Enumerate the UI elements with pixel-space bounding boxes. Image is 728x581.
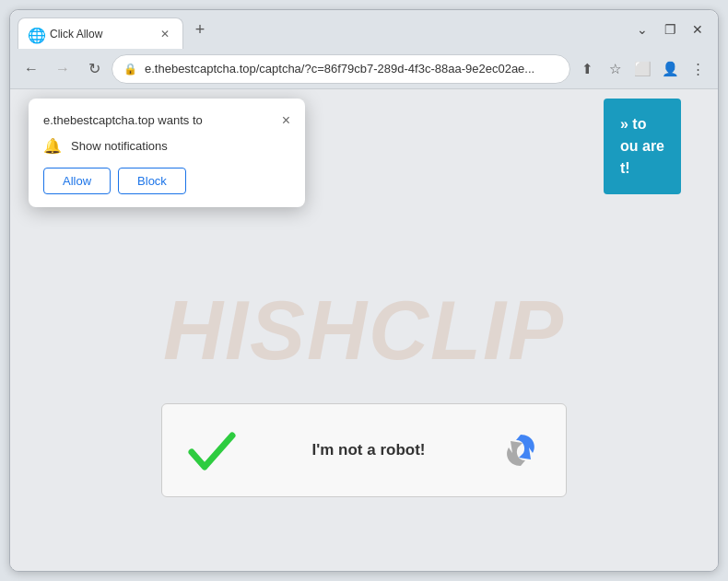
- watermark: HISHCLIP: [163, 283, 565, 378]
- notification-row: 🔔 Show notifications: [43, 137, 290, 155]
- browser-window: 🌐 Click Allow ✕ + ⌄ ❐ ✕ ← → ↻ 🔒 e.thebes…: [9, 9, 719, 572]
- popup-buttons: Allow Block: [43, 168, 290, 194]
- address-bar[interactable]: 🔒 e.thebestcaptcha.top/captcha/?c=86f79c…: [112, 54, 570, 84]
- captcha-text: I'm not a robot!: [258, 441, 479, 459]
- block-button[interactable]: Block: [118, 168, 186, 194]
- new-tab-button[interactable]: +: [187, 17, 213, 42]
- menu-button[interactable]: ⋮: [685, 56, 710, 82]
- blue-banner: » to ou are t!: [604, 99, 681, 194]
- forward-button[interactable]: →: [49, 55, 76, 83]
- checkmark-icon: [184, 423, 240, 478]
- restore-button[interactable]: ❐: [657, 17, 683, 42]
- tab-favicon: 🌐: [28, 27, 42, 41]
- page-content: HISHCLIP » to ou are t! I'm not a robot!: [10, 89, 718, 571]
- tab-title: Click Allow: [50, 28, 149, 41]
- bell-icon: 🔔: [43, 137, 62, 155]
- blue-banner-line3: t!: [620, 157, 664, 180]
- refresh-button[interactable]: ↻: [80, 55, 108, 83]
- share-button[interactable]: ⬆: [574, 56, 600, 82]
- title-bar: 🌐 Click Allow ✕ + ⌄ ❐ ✕: [10, 10, 718, 49]
- toolbar: ← → ↻ 🔒 e.thebestcaptcha.top/captcha/?c=…: [10, 49, 718, 89]
- extensions-button[interactable]: ⬜: [629, 56, 655, 82]
- popup-header: e.thebestcaptcha.top wants to ×: [43, 113, 290, 128]
- popup-close-button[interactable]: ×: [282, 113, 290, 128]
- notification-label: Show notifications: [71, 139, 168, 153]
- minimize-button[interactable]: ⌄: [629, 17, 655, 42]
- address-text: e.thebestcaptcha.top/captcha/?c=86f79cb7…: [145, 62, 558, 76]
- lock-icon: 🔒: [123, 63, 137, 76]
- popup-title: e.thebestcaptcha.top wants to: [43, 113, 203, 127]
- back-button[interactable]: ←: [18, 55, 45, 83]
- profile-button[interactable]: 👤: [657, 56, 683, 82]
- bookmark-button[interactable]: ☆: [602, 56, 628, 82]
- allow-button[interactable]: Allow: [43, 168, 111, 194]
- close-button[interactable]: ✕: [685, 17, 710, 42]
- captcha-box: I'm not a robot!: [161, 403, 567, 497]
- window-controls: ⌄ ❐ ✕: [629, 17, 710, 42]
- recaptcha-logo-icon: [498, 427, 544, 473]
- notification-popup: e.thebestcaptcha.top wants to × 🔔 Show n…: [29, 99, 305, 207]
- tab-strip: 🌐 Click Allow ✕ +: [18, 14, 626, 45]
- blue-banner-line1: » to: [620, 113, 664, 135]
- active-tab[interactable]: 🌐 Click Allow ✕: [18, 17, 183, 49]
- toolbar-icons: ⬆ ☆ ⬜ 👤 ⋮: [574, 56, 710, 82]
- tab-close-button[interactable]: ✕: [157, 26, 173, 42]
- blue-banner-line2: ou are: [620, 135, 664, 157]
